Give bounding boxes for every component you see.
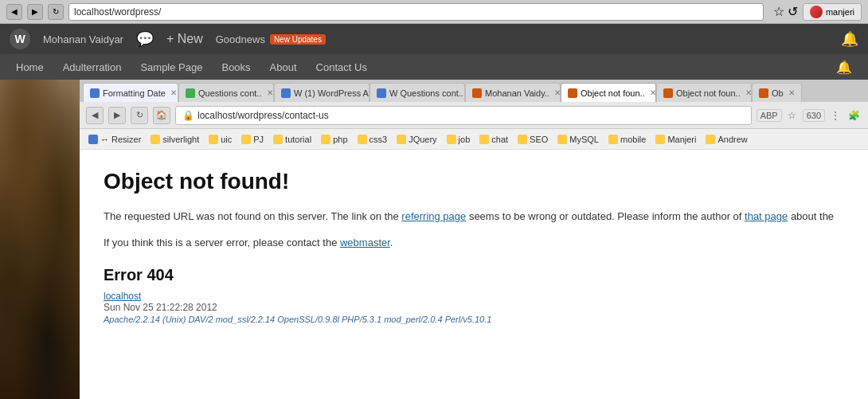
nav-adulterration[interactable]: Adulterration	[63, 61, 122, 73]
bookmark-mysql[interactable]: MySQL	[553, 133, 603, 146]
username: manjeri	[826, 7, 854, 17]
nav-books[interactable]: Books	[221, 61, 250, 73]
new-label: + New	[166, 32, 203, 46]
bookmark-icon	[447, 135, 456, 144]
address-bar-actions: ABP ☆ 630 ⋮ 🧩	[757, 108, 862, 123]
bookmark-jquery[interactable]: JQuery	[393, 133, 440, 146]
tab-favicon	[281, 88, 291, 98]
error-404-heading: Error 404	[104, 266, 844, 284]
nav-sample-page[interactable]: Sample Page	[140, 61, 202, 73]
webmaster-link[interactable]: webmaster	[340, 237, 390, 248]
bookmark-job[interactable]: job	[443, 133, 475, 146]
error-text-2: seems to be wrong or outdated. Please in…	[466, 210, 745, 222]
bookmark-chat[interactable]: chat	[475, 133, 512, 146]
bookmark-pj[interactable]: PJ	[237, 133, 268, 146]
url-display: localhost/wordpress/	[74, 6, 161, 18]
tab-close-icon[interactable]: ✕	[267, 88, 273, 97]
bookmark-icon	[706, 135, 715, 144]
bookmark-icon	[151, 135, 160, 144]
notifications-icon[interactable]: 🔔	[841, 30, 858, 48]
nav-about[interactable]: About	[270, 61, 297, 73]
tab-wordpress[interactable]: W (1) WordPress A.. ✕	[274, 83, 369, 102]
reload-icon[interactable]: ↺	[788, 4, 798, 19]
bookmark-seo[interactable]: SEO	[514, 133, 552, 146]
bookmark-tutorial[interactable]: tutorial	[269, 133, 315, 146]
back-btn-2[interactable]: ◀	[86, 107, 104, 124]
bookmark-label: MySQL	[569, 135, 599, 144]
num-badge: 630	[803, 109, 825, 122]
goodnews-menu[interactable]: Goodnews New Updates	[216, 33, 326, 45]
url-text-2: localhost/wordpress/contact-us	[197, 110, 329, 121]
bookmark-icon	[608, 135, 618, 144]
extensions-icon[interactable]: 🧩	[846, 108, 862, 123]
forward-button[interactable]: ▶	[27, 4, 43, 20]
wp-logo[interactable]: W	[10, 29, 30, 49]
bookmark-icon	[479, 135, 489, 144]
bookmark-icon	[241, 135, 251, 144]
reload-button[interactable]: ↻	[48, 4, 64, 20]
bookmark-label: Andrew	[717, 135, 747, 144]
error-heading: Object not found!	[104, 169, 844, 194]
avatar	[810, 6, 823, 18]
nav-home[interactable]: Home	[16, 61, 44, 73]
url-field-2[interactable]: 🔒 localhost/wordpress/contact-us	[175, 106, 752, 125]
tab-label: Questions cont..	[198, 88, 262, 98]
tab-mohanan[interactable]: Mohanan Vaidy.. ✕	[465, 83, 561, 102]
bookmark-icon	[397, 135, 406, 144]
reload-btn-2[interactable]: ↻	[131, 107, 148, 124]
bookmark-css3[interactable]: css3	[354, 133, 392, 146]
tab-label: Object not foun..	[676, 88, 741, 98]
background-image	[0, 80, 80, 399]
tab-object-not-found-1[interactable]: Object not foun.. ✕	[561, 83, 656, 102]
referring-page-link[interactable]: referring page	[401, 210, 466, 222]
tab-label: Formatting Date	[103, 88, 166, 98]
tab-close-icon[interactable]: ✕	[650, 88, 656, 97]
bookmark-andrew[interactable]: Andrew	[702, 133, 751, 146]
tab-bar: Formatting Date ✕ Questions cont.. ✕ W (…	[80, 80, 868, 102]
user-menu[interactable]: manjeri	[803, 3, 862, 21]
bookmark-silverlight[interactable]: silverlight	[147, 133, 203, 146]
tab-close-icon[interactable]: ✕	[745, 88, 752, 97]
bookmark-uic[interactable]: uic	[205, 133, 236, 146]
address-bar-top[interactable]: localhost/wordpress/	[68, 3, 764, 21]
bookmark-icon	[518, 135, 527, 144]
menu-icon[interactable]: ⋮	[827, 108, 843, 123]
bookmark-label: mobile	[620, 135, 646, 144]
forward-btn-2[interactable]: ▶	[108, 107, 126, 124]
tab-formatting-date[interactable]: Formatting Date ✕	[83, 83, 178, 102]
tab-close-icon[interactable]: ✕	[554, 88, 561, 97]
bookmark-label: job	[459, 135, 471, 144]
bookmark-php[interactable]: php	[317, 133, 351, 146]
bookmarks-bar: ↔ Resizer silverlight uic PJ tutorial ph…	[80, 129, 868, 150]
tab-questions-1[interactable]: Questions cont.. ✕	[178, 83, 274, 102]
site-name[interactable]: Mohanan Vaidyar	[43, 33, 123, 45]
abp-badge[interactable]: ABP	[757, 109, 782, 122]
bookmark-label: chat	[491, 135, 508, 144]
error-meta: localhost Sun Nov 25 21:22:28 2012 Apach…	[104, 291, 844, 324]
bookmark-resizer[interactable]: ↔ Resizer	[84, 133, 145, 146]
star-icon-2[interactable]: ☆	[784, 108, 800, 123]
tab-close-icon[interactable]: ✕	[788, 88, 795, 97]
bookmark-label: tutorial	[285, 135, 311, 144]
bookmark-manjeri[interactable]: Manjeri	[651, 133, 700, 146]
star-icon[interactable]: ☆	[773, 4, 784, 19]
tab-label: W Questions cont..	[389, 88, 463, 98]
tab-questions-2[interactable]: W Questions cont.. ✕	[369, 83, 465, 102]
that-page-link[interactable]: that page	[745, 210, 788, 222]
new-menu[interactable]: + New	[166, 32, 203, 46]
star-area: ☆ ↺	[773, 4, 798, 19]
tab-close-icon[interactable]: ✕	[170, 88, 177, 97]
error-date: Sun Nov 25 21:22:28 2012	[104, 302, 844, 313]
wp-navigation: Home Adulterration Sample Page Books Abo…	[0, 54, 868, 80]
bookmark-label: uic	[221, 135, 232, 144]
comments-icon[interactable]: 💬	[136, 30, 154, 48]
tab-ob[interactable]: Ob ✕	[752, 83, 802, 102]
back-button[interactable]: ◀	[6, 4, 22, 20]
new-updates-badge: New Updates	[270, 34, 326, 45]
wp-nav-icon: 🔔	[836, 60, 852, 75]
localhost-link[interactable]: localhost	[104, 291, 141, 302]
nav-contact-us[interactable]: Contact Us	[316, 61, 367, 73]
home-btn-2[interactable]: 🏠	[153, 107, 170, 124]
tab-object-not-found-2[interactable]: Object not foun.. ✕	[656, 83, 752, 102]
bookmark-mobile[interactable]: mobile	[604, 133, 650, 146]
